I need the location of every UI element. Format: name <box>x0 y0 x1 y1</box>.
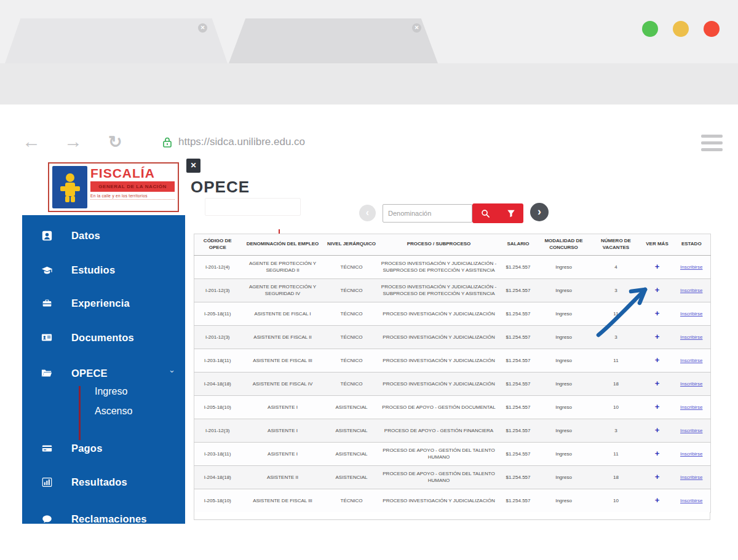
search-icon[interactable] <box>481 209 490 218</box>
table-row: I-201-12(3)ASISTENTE DE FISCAL IITÉCNICO… <box>194 325 711 349</box>
sidebar-item-pagos[interactable]: Pagos <box>22 439 185 457</box>
ver-mas-button[interactable]: + <box>655 495 660 505</box>
sidebar-subsection-opece: IngresoAscenso <box>79 386 132 440</box>
url-text: https://sidca.unilibre.edu.co <box>178 136 305 148</box>
ver-mas-button[interactable]: + <box>655 262 660 271</box>
table-cell: 11 <box>590 302 642 325</box>
table-cell: I-201-12(4) <box>194 255 241 278</box>
table-cell: I-203-18(11) <box>194 442 241 465</box>
table-cell: PROCESO INVESTIGACIÓN Y JUDICIALIZACIÓN <box>379 489 499 512</box>
browser-tab-1[interactable] <box>5 18 228 63</box>
inscribirse-link[interactable]: Inscribirse <box>680 381 702 387</box>
ver-mas-button[interactable]: + <box>655 472 660 481</box>
table-cell: Ingreso <box>538 489 590 512</box>
refresh-button[interactable]: ↻ <box>108 132 122 152</box>
forward-button[interactable]: → <box>64 131 82 152</box>
table-cell: $1.254.557 <box>499 325 538 349</box>
ver-mas-button[interactable]: + <box>655 355 660 365</box>
ver-mas-button[interactable]: + <box>655 309 660 318</box>
inscribirse-link[interactable]: Inscribirse <box>680 498 702 503</box>
graduation-cap-icon <box>41 264 53 276</box>
table-cell: 3 <box>590 325 642 349</box>
ver-mas-button[interactable]: + <box>655 332 660 341</box>
table-cell: ASISTENTE I <box>241 442 325 465</box>
chat-icon <box>41 514 53 524</box>
title-ghost-outline <box>205 198 301 216</box>
address-bar[interactable]: https://sidca.unilibre.edu.co <box>154 130 684 154</box>
table-cell: Inscribirse <box>673 278 711 302</box>
ver-mas-button[interactable]: + <box>655 402 660 411</box>
table-row: I-203-18(11)ASISTENTE DE FISCAL IIITÉCNI… <box>194 349 711 372</box>
inscribirse-link[interactable]: Inscribirse <box>680 288 702 293</box>
inscribirse-link[interactable]: Inscribirse <box>680 334 702 340</box>
tab-close-icon[interactable]: ✕ <box>198 23 207 33</box>
ver-mas-button[interactable]: + <box>655 449 660 458</box>
sidebar-subitem-ascenso[interactable]: Ascenso <box>95 406 132 417</box>
inscribirse-link[interactable]: Inscribirse <box>680 311 702 317</box>
table-cell: + <box>642 325 673 349</box>
sidebar-item-label: Documentos <box>71 332 134 344</box>
inscribirse-link[interactable]: Inscribirse <box>680 404 702 410</box>
inscribirse-link[interactable]: Inscribirse <box>680 264 702 270</box>
table-cell: Ingreso <box>538 255 590 278</box>
table-cell: Inscribirse <box>673 419 711 442</box>
opece-table: CÓDIGO DE OPECEDENOMINACIÓN DEL EMPLEONI… <box>194 234 711 513</box>
tab-close-icon[interactable]: ✕ <box>412 23 421 33</box>
sidebar: Datos Estudios Experiencia DocumentosIng… <box>22 215 185 524</box>
inscribirse-link[interactable]: Inscribirse <box>680 451 702 457</box>
sidebar-item-estudios[interactable]: Estudios <box>22 261 185 279</box>
logo-subtitle: GENERAL DE LA NACIÓN <box>90 181 175 192</box>
table-cell: I-201-12(3) <box>194 278 241 302</box>
window-minimize-dot[interactable] <box>642 21 658 37</box>
table-cell: 3 <box>590 278 642 302</box>
window-maximize-dot[interactable] <box>673 21 689 37</box>
logo-title: FISCALÍA <box>90 166 175 181</box>
sidebar-item-datos[interactable]: Datos <box>22 226 185 245</box>
ver-mas-button[interactable]: + <box>655 285 660 294</box>
search-filter-group <box>472 203 523 223</box>
close-panel-button[interactable]: ✕ <box>186 159 200 173</box>
next-page-button[interactable]: › <box>530 203 549 221</box>
table-cell: 10 <box>590 395 642 419</box>
table-cell: ASISTENCIAL <box>325 442 379 465</box>
table-cell: AGENTE DE PROTECCIÓN Y SEGURIDAD IV <box>241 278 325 302</box>
table-cell: TÉCNICO <box>325 372 379 395</box>
inscribirse-link[interactable]: Inscribirse <box>680 475 702 480</box>
table-cell: TÉCNICO <box>325 255 379 278</box>
sidebar-item-reclamaciones[interactable]: Reclamaciones <box>22 510 185 524</box>
table-cell: Inscribirse <box>673 395 711 419</box>
sidebar-subitem-ingreso[interactable]: Ingreso <box>95 386 132 397</box>
table-cell: $1.254.557 <box>499 442 538 465</box>
sidebar-item-documentos[interactable]: Documentos <box>22 328 185 347</box>
table-cell: Inscribirse <box>673 255 711 278</box>
back-button[interactable]: ← <box>22 131 41 152</box>
sidebar-item-resultados[interactable]: Resultados <box>22 473 185 491</box>
table-cell: Inscribirse <box>673 302 711 325</box>
inscribirse-link[interactable]: Inscribirse <box>680 358 702 363</box>
browser-tab-2[interactable] <box>229 18 438 63</box>
table-cell: PROCESO DE APOYO - GESTIÓN DEL TALENTO H… <box>379 465 499 489</box>
table-cell: PROCESO DE APOYO - GESTIÓN DEL TALENTO H… <box>379 442 499 465</box>
table-cell: $1.254.557 <box>499 465 538 489</box>
prev-page-button[interactable]: ‹ <box>359 205 376 221</box>
ver-mas-button[interactable]: + <box>655 425 660 435</box>
table-cell: ASISTENTE DE FISCAL III <box>241 349 325 372</box>
menu-button[interactable] <box>701 135 723 155</box>
table-cell: I-201-12(3) <box>194 419 241 442</box>
table-cell: Ingreso <box>538 395 590 419</box>
fiscalia-emblem-icon <box>52 166 87 208</box>
table-cell: PROCESO DE APOYO - GESTIÓN FINANCIERA <box>379 419 499 442</box>
inscribirse-link[interactable]: Inscribirse <box>680 428 702 433</box>
window-close-dot[interactable] <box>704 21 720 37</box>
credit-card-icon <box>41 443 53 454</box>
filter-icon[interactable] <box>507 209 515 218</box>
table-cell: 18 <box>590 372 642 395</box>
table-cell: $1.254.557 <box>499 302 538 325</box>
sidebar-item-opece[interactable]: OPECE⌄ <box>22 364 185 382</box>
table-row: I-205-18(11)ASISTENTE DE FISCAL ITÉCNICO… <box>194 302 711 325</box>
table-cell: 3 <box>590 419 642 442</box>
search-input[interactable] <box>383 204 472 223</box>
column-header: SALARIO <box>499 234 538 256</box>
ver-mas-button[interactable]: + <box>655 379 660 388</box>
sidebar-item-experiencia[interactable]: Experiencia <box>22 294 185 312</box>
